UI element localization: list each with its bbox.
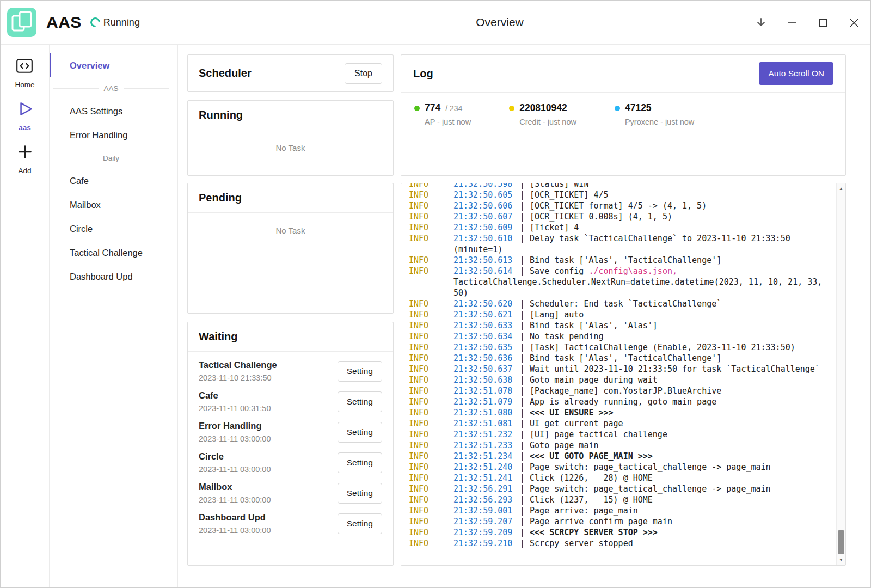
setting-button[interactable]: Setting <box>338 422 382 443</box>
rail-item-aas[interactable]: aas <box>16 100 34 132</box>
log-message-segment: <<< UI GOTO PAGE_MAIN >>> <box>530 451 653 461</box>
window-controls <box>755 1 861 45</box>
log-message-segment: App is already running, goto main page <box>530 397 716 407</box>
log-message-segment: Goto main page during wait <box>530 375 658 385</box>
log-line: INFO21:32:51.234| <<< UI GOTO PAGE_MAIN … <box>409 451 829 462</box>
log-line: INFO21:32:50.620| Scheduler: End task `T… <box>409 298 829 309</box>
divider-line <box>124 88 169 89</box>
log-separator: | <box>520 462 530 472</box>
log-message-segment: Click (1226, 28) @ HOME <box>530 473 653 483</box>
log-message-segment: Bind task ['Alas', 'TacticalChallenge'] <box>530 353 721 363</box>
sidebar-item-tactical-challenge[interactable]: Tactical Challenge <box>50 241 177 265</box>
log-level: INFO <box>409 364 453 375</box>
log-time: 21:32:50.607 <box>453 211 520 222</box>
log-time: 21:32:50.621 <box>453 309 520 320</box>
log-separator: | <box>520 517 530 526</box>
log-message-segment: <<< UI ENSURE >>> <box>530 408 614 418</box>
log-level: INFO <box>409 233 453 244</box>
log-output-card[interactable]: INFO21:32:50.598| [Status] WININFO21:32:… <box>401 183 846 566</box>
stat-label: AP - just now <box>425 118 471 126</box>
divider-line <box>53 88 99 89</box>
log-level: INFO <box>409 527 453 538</box>
auto-scroll-button[interactable]: Auto Scroll ON <box>759 62 833 85</box>
setting-button[interactable]: Setting <box>338 391 382 412</box>
log-time: 21:32:50.614 <box>453 266 520 277</box>
setting-button[interactable]: Setting <box>338 483 382 504</box>
log-level: INFO <box>409 407 453 418</box>
log-separator: | <box>520 223 530 232</box>
log-message-segment: UI get current page <box>530 419 623 428</box>
sidebar-item-circle[interactable]: Circle <box>50 217 177 241</box>
sidebar-item-dashboard-upd[interactable]: Dashboard Upd <box>50 265 177 289</box>
log-line: INFO21:32:56.291| Page switch: page_tact… <box>409 483 829 494</box>
stat-value: 220810942 <box>519 102 567 114</box>
log-line: INFO21:32:51.079| App is already running… <box>409 396 829 407</box>
scrollbar-up-arrow-icon[interactable]: ▲ <box>837 184 845 193</box>
waiting-task-time: 2023-11-11 00:31:50 <box>199 404 271 413</box>
log-line: INFO21:32:50.635| [Task] TacticalChallen… <box>409 342 829 353</box>
waiting-task-list: Tactical Challenge2023-11-10 21:33:50Set… <box>188 352 393 535</box>
setting-button[interactable]: Setting <box>338 452 382 473</box>
rail-item-home[interactable]: Home <box>15 57 34 89</box>
log-line: INFO21:32:50.598| [Status] WIN <box>409 183 829 189</box>
log-separator: | <box>520 473 530 483</box>
rail-label-aas: aas <box>19 124 31 132</box>
log-lines: INFO21:32:50.598| [Status] WININFO21:32:… <box>401 183 845 549</box>
nav-sidebar: OverviewAASAAS SettingsError HandlingDai… <box>50 45 178 587</box>
sidebar-item-mailbox[interactable]: Mailbox <box>50 193 177 217</box>
log-separator: | <box>520 528 530 537</box>
minimize-icon[interactable] <box>786 16 799 29</box>
log-message-segment: [Ticket] 4 <box>530 223 579 232</box>
log-level: INFO <box>409 200 453 211</box>
sidebar-item-error-handling[interactable]: Error Handling <box>50 123 177 147</box>
sidebar-item-overview[interactable]: Overview <box>50 53 177 77</box>
log-level: INFO <box>409 331 453 342</box>
log-scrollbar[interactable]: ▲ ▼ <box>836 183 845 565</box>
log-time: 21:32:51.232 <box>453 429 520 440</box>
close-icon[interactable] <box>848 16 861 29</box>
stat-label: Pyroxene - just now <box>625 118 694 126</box>
log-time: 21:32:51.240 <box>453 462 520 473</box>
log-time: 21:32:51.241 <box>453 473 520 483</box>
maximize-icon[interactable] <box>817 16 830 29</box>
setting-button[interactable]: Setting <box>338 513 382 534</box>
log-level: INFO <box>409 451 453 462</box>
stat-dot-icon <box>615 106 620 111</box>
log-level: INFO <box>409 505 453 516</box>
waiting-task-time: 2023-11-11 03:00:00 <box>199 434 271 443</box>
running-card: Running No Task <box>187 100 394 176</box>
scrollbar-thumb[interactable] <box>838 530 844 554</box>
divider-label: Daily <box>97 154 125 162</box>
log-line: INFO21:32:59.210| Scrcpy server stopped <box>409 538 829 549</box>
log-line: INFO21:32:50.636| Bind task ['Alas', 'Ta… <box>409 353 829 364</box>
download-update-icon[interactable] <box>755 16 768 29</box>
log-message-segment: No task pending <box>530 332 603 341</box>
log-separator: | <box>520 212 530 222</box>
sidebar-item-cafe[interactable]: Cafe <box>50 169 177 193</box>
log-message-segment: Page arrive confirm page_main <box>530 517 672 526</box>
log-line: INFO21:32:50.634| No task pending <box>409 331 829 342</box>
log-time: 21:32:51.233 <box>453 440 520 451</box>
setting-button[interactable]: Setting <box>338 361 382 382</box>
scheduler-title: Scheduler <box>199 67 252 79</box>
log-line: INFO21:32:50.610| Delay task `TacticalCh… <box>409 233 829 255</box>
waiting-task-name: Cafe <box>199 390 271 401</box>
stop-button[interactable]: Stop <box>345 63 382 84</box>
log-message-segment: <<< SCRCPY SERVER STOP >>> <box>530 528 658 537</box>
rail-item-add[interactable]: Add <box>16 143 34 175</box>
log-card: Log Auto Scroll ON 774/ 234AP - just now… <box>401 54 846 176</box>
log-title: Log <box>413 68 433 80</box>
icon-rail: Home aas Add <box>1 45 50 587</box>
waiting-task-row: Dashboard Upd2023-11-11 03:00:00Setting <box>199 512 382 535</box>
play-icon <box>16 100 34 120</box>
app-name: AAS <box>46 13 82 32</box>
waiting-task-name: Dashboard Upd <box>199 512 271 523</box>
log-separator: | <box>520 255 530 265</box>
log-level: INFO <box>409 222 453 233</box>
log-time: 21:32:50.610 <box>453 233 520 244</box>
scrollbar-down-arrow-icon[interactable]: ▼ <box>837 555 845 565</box>
log-separator: | <box>520 266 530 276</box>
log-message-segment: Bind task ['Alas', 'TacticalChallenge'] <box>530 255 721 265</box>
sidebar-item-aas-settings[interactable]: AAS Settings <box>50 99 177 123</box>
log-separator: | <box>520 506 530 516</box>
